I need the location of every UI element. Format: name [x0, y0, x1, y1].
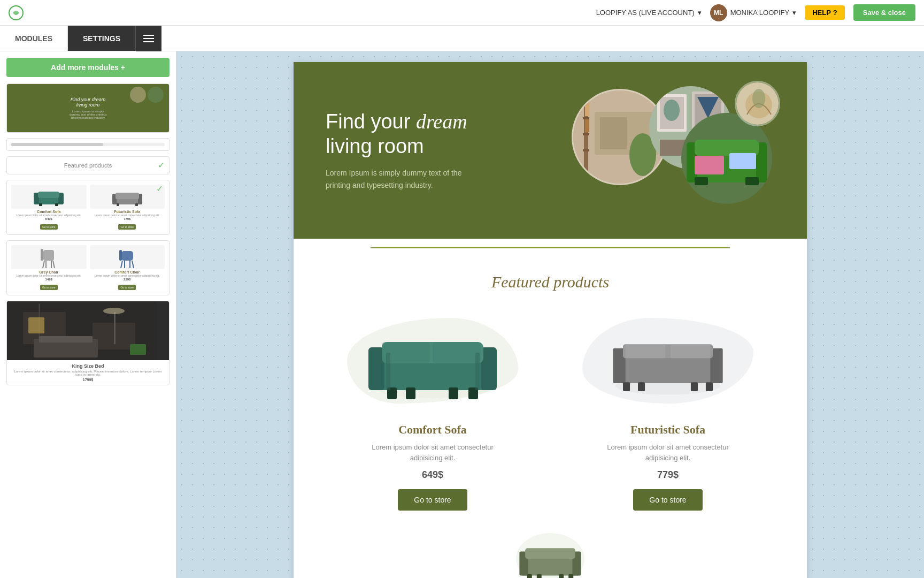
- svg-rect-60: [729, 153, 756, 169]
- hero-circle-3: [681, 113, 772, 204]
- scrollbar-module-card[interactable]: [6, 138, 170, 151]
- comfort-sofa-name: Comfort Sofa: [326, 423, 540, 437]
- svg-rect-41: [585, 102, 589, 116]
- scrollbar-card-content: [7, 139, 169, 150]
- svg-point-65: [752, 89, 765, 108]
- divider-line: [371, 247, 730, 248]
- avatar: ML: [710, 4, 727, 21]
- grey-chair-mini-btn[interactable]: Go to store: [40, 285, 58, 290]
- sofas-module-card[interactable]: ✓ Comfort: [6, 180, 170, 235]
- svg-rect-97: [568, 574, 573, 578]
- mini-grey-chair: Grey Chair Lorem ipsum dolor sit amet co…: [11, 245, 87, 291]
- futuristic-sofa-mini-btn[interactable]: Go to store: [118, 224, 136, 230]
- add-modules-button[interactable]: Add more modules +: [6, 58, 170, 77]
- comfort-sofa-mini-btn[interactable]: Go to store: [40, 224, 58, 230]
- account-label: LOOPIFY AS (LIVE ACCOUNT): [596, 9, 695, 17]
- svg-point-31: [103, 308, 125, 314]
- hero-banner: Find your dreamliving room Lorem Ipsum i…: [294, 62, 807, 239]
- svg-line-21: [121, 261, 122, 268]
- svg-point-49: [664, 100, 680, 121]
- featured-label-content: Featured products ✓: [7, 157, 169, 174]
- svg-rect-34: [130, 344, 146, 355]
- svg-rect-89: [706, 382, 713, 391]
- grey-chair-mini-desc: Lorem ipsum dolor sit amet consectetur a…: [11, 274, 87, 277]
- mini-comfort-chair: Comfort Chair Lorem ipsum dolor sit amet…: [90, 245, 165, 291]
- comfort-sofa-mini-img: [11, 185, 87, 209]
- comfort-chair-mini-btn[interactable]: Go to store: [118, 285, 136, 290]
- user-selector[interactable]: ML MONIKA LOOPIFY ▾: [710, 4, 797, 21]
- futuristic-sofa-name: Futuristic Sofa: [561, 423, 775, 437]
- main-layout: Add more modules + Find your dream livin…: [0, 51, 924, 578]
- svg-line-22: [132, 261, 134, 268]
- svg-rect-42: [585, 119, 589, 132]
- hamburger-button[interactable]: [136, 26, 161, 51]
- hero-preview-circles: [130, 87, 164, 103]
- svg-line-16: [53, 261, 55, 268]
- grey-chair-mini-img: [11, 245, 87, 269]
- svg-rect-4: [38, 192, 59, 198]
- svg-rect-28: [28, 317, 44, 333]
- canvas-area: Find your dreamliving room Lorem Ipsum i…: [176, 51, 924, 578]
- futuristic-sofa-image: [606, 323, 729, 398]
- header-right: LOOPIFY AS (LIVE ACCOUNT) ▾ ML MONIKA LO…: [596, 4, 915, 21]
- comfort-sofa-mini-price: 649$: [11, 217, 87, 220]
- sofas-grid-mini: Comfort Sofa Lorem ipsum dolor sit amet …: [11, 185, 165, 230]
- bottom-sofa-svg: [515, 535, 585, 578]
- loopify-logo: [9, 5, 24, 20]
- tab-settings[interactable]: SETTINGS: [68, 26, 136, 51]
- comfort-sofa-store-btn[interactable]: Go to store: [398, 489, 467, 511]
- svg-rect-61: [695, 177, 708, 185]
- futuristic-sofa-card: Futuristic Sofa Lorem ipsum dolor sit am…: [561, 307, 775, 511]
- futuristic-sofa-desc: Lorem ipsum dolor sit amet consecteturad…: [561, 442, 775, 463]
- svg-rect-44: [600, 117, 627, 149]
- help-label: HELP: [812, 9, 831, 17]
- svg-rect-62: [745, 177, 759, 185]
- svg-rect-96: [559, 574, 564, 578]
- bedroom-preview: [7, 301, 169, 360]
- svg-rect-93: [525, 548, 575, 559]
- comfort-sofa-price: 649$: [326, 469, 540, 481]
- email-preview: Find your dreamliving room Lorem Ipsum i…: [294, 62, 807, 578]
- comfort-sofa-img-container: [326, 307, 540, 414]
- bed-name: King Size Bed: [11, 363, 165, 369]
- tab-modules[interactable]: MODULES: [0, 26, 68, 51]
- bottom-product-item: [507, 527, 593, 578]
- svg-rect-59: [695, 156, 724, 174]
- scrollbar-track: [11, 143, 165, 146]
- featured-products-section: Featured products: [294, 257, 807, 578]
- grey-chair-mini-name: Grey Chair: [11, 270, 87, 274]
- sofas-preview-content: ✓ Comfort: [7, 180, 169, 234]
- top-header: LOOPIFY AS (LIVE ACCOUNT) ▾ ML MONIKA LO…: [0, 0, 924, 26]
- hero-text-section: Find your dreamliving room Lorem Ipsum i…: [326, 110, 572, 191]
- svg-rect-86: [623, 382, 630, 391]
- hero-subtitle: Lorem Ipsum is simply dummy text of the …: [326, 167, 475, 191]
- comfort-sofa-mini-name: Comfort Sofa: [11, 210, 87, 214]
- svg-rect-10: [116, 193, 139, 199]
- hero-circle-4: [735, 81, 780, 126]
- hero-module-card[interactable]: Find your dream living room Lorem ipsum …: [6, 83, 170, 133]
- svg-rect-72: [433, 342, 481, 363]
- svg-rect-20: [119, 250, 122, 261]
- futuristic-sofa-store-btn[interactable]: Go to store: [633, 489, 702, 511]
- help-button[interactable]: HELP ?: [805, 5, 845, 20]
- svg-rect-84: [626, 344, 666, 358]
- products-grid: Comfort Sofa Lorem ipsum dolor sit amet …: [326, 307, 775, 511]
- chairs-preview-content: Grey Chair Lorem ipsum dolor sit amet co…: [7, 241, 169, 295]
- user-label: MONIKA LOOPIFY: [730, 9, 790, 17]
- section-divider: [294, 239, 807, 257]
- chairs-module-card[interactable]: Grey Chair Lorem ipsum dolor sit amet co…: [6, 240, 170, 295]
- svg-rect-74: [406, 387, 415, 399]
- svg-rect-75: [449, 387, 458, 399]
- comfort-chair-mini-desc: Lorem ipsum dolor sit amet consectetur a…: [90, 274, 165, 277]
- bed-price: 1799$: [11, 378, 165, 382]
- save-close-button[interactable]: Save & close: [853, 4, 915, 21]
- featured-checkmark: ✓: [156, 160, 166, 170]
- hero-preview-text: Find your dream living room Lorem ipsum …: [67, 95, 109, 121]
- featured-label-card[interactable]: Featured products ✓: [6, 156, 170, 174]
- bed-desc: Lorem ipsum dolor sit amet consectetur, …: [11, 370, 165, 376]
- svg-rect-6: [55, 203, 58, 206]
- account-selector[interactable]: LOOPIFY AS (LIVE ACCOUNT) ▾: [596, 9, 702, 17]
- bed-module-card[interactable]: King Size Bed Lorem ipsum dolor sit amet…: [6, 301, 170, 385]
- comfort-chair-mini-price: 229$: [90, 278, 165, 281]
- hero-preview: Find your dream living room Lorem ipsum …: [7, 84, 169, 132]
